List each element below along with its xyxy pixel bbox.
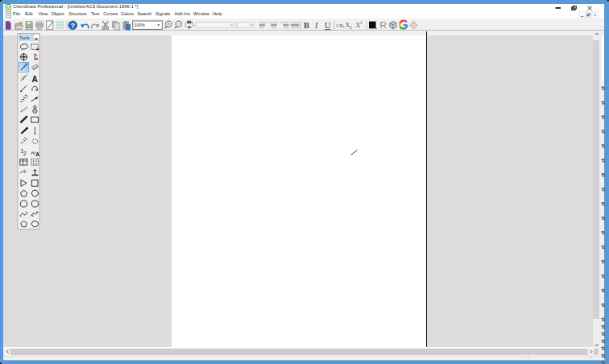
svg-text:I: I bbox=[314, 21, 318, 30]
svg-text:R: R bbox=[380, 20, 387, 30]
svg-text:B: B bbox=[304, 21, 309, 30]
svg-text:2: 2 bbox=[23, 151, 27, 156]
svg-text:Tools: Tools bbox=[19, 35, 30, 40]
svg-text:A: A bbox=[32, 75, 38, 84]
svg-text:A: A bbox=[35, 151, 39, 157]
svg-text:2: 2 bbox=[350, 25, 352, 30]
svg-text:2: 2 bbox=[360, 20, 362, 25]
svg-text:?: ? bbox=[71, 22, 76, 30]
svg-text:U: U bbox=[325, 21, 331, 30]
svg-text:3: 3 bbox=[342, 25, 344, 29]
svg-text:100%: 100% bbox=[135, 23, 145, 27]
